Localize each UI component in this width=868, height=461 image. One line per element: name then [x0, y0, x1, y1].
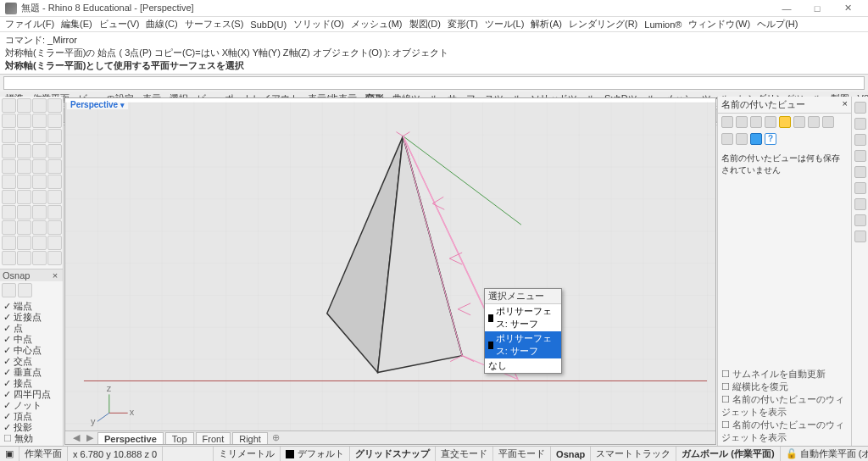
- osnap-item[interactable]: 点: [3, 323, 59, 334]
- viewport[interactable]: Perspective: [64, 97, 716, 445]
- folder-icon[interactable]: [779, 116, 791, 128]
- tool-icon[interactable]: [2, 98, 16, 113]
- tool-icon[interactable]: [32, 98, 47, 113]
- osnap-toolbar-icon[interactable]: [18, 283, 32, 297]
- statusbar-toggle[interactable]: ガムボール (作業平面): [676, 447, 780, 461]
- osnap-item[interactable]: 端点: [3, 301, 59, 312]
- osnap-item[interactable]: 接点: [3, 378, 59, 389]
- panel-icon[interactable]: [808, 116, 820, 128]
- panel-option[interactable]: 名前の付いたビューのウィジェットを表示: [721, 393, 848, 419]
- panel-option[interactable]: 名前の付いたビューのウィジェットを表示: [721, 419, 848, 444]
- tool-icon[interactable]: [47, 190, 62, 204]
- statusbar-toggle[interactable]: Osnap: [551, 447, 591, 461]
- osnap-toolbar-icon[interactable]: [2, 283, 16, 297]
- tool-icon[interactable]: [2, 190, 16, 204]
- viewport-tab[interactable]: Top: [165, 432, 194, 444]
- tool-icon[interactable]: [47, 205, 62, 219]
- tool-icon[interactable]: [47, 159, 62, 174]
- tool-icon[interactable]: [32, 251, 47, 265]
- tool-icon[interactable]: [47, 251, 62, 265]
- panel-icon[interactable]: [750, 133, 762, 145]
- tool-icon[interactable]: [32, 205, 47, 219]
- side-panel-icon[interactable]: [854, 166, 866, 178]
- vp-tab-next-icon[interactable]: ▶: [84, 432, 96, 443]
- osnap-item[interactable]: 中心点: [3, 345, 59, 356]
- viewport-tab[interactable]: Right: [232, 432, 268, 444]
- tool-icon[interactable]: [2, 251, 16, 265]
- selection-item[interactable]: なし: [485, 358, 561, 373]
- viewport-tab[interactable]: Front: [196, 432, 231, 444]
- menu-item[interactable]: ファイル(F): [5, 18, 54, 31]
- menu-item[interactable]: レンダリング(R): [569, 18, 637, 31]
- tool-icon[interactable]: [32, 236, 47, 250]
- tool-icon[interactable]: [17, 205, 31, 219]
- menu-item[interactable]: ヘルプ(H): [757, 18, 798, 31]
- side-panel-icon[interactable]: [854, 182, 866, 194]
- tool-icon[interactable]: [2, 114, 16, 128]
- menu-item[interactable]: メッシュ(M): [351, 18, 403, 31]
- tool-icon[interactable]: [2, 205, 16, 219]
- tool-icon[interactable]: [47, 114, 62, 128]
- menu-item[interactable]: 製図(D): [409, 18, 441, 31]
- panel-icon[interactable]: [822, 116, 834, 128]
- tool-icon[interactable]: [47, 175, 62, 189]
- menu-item[interactable]: 変形(T): [448, 18, 478, 31]
- menu-item[interactable]: 解析(A): [531, 18, 562, 31]
- osnap-header[interactable]: Osnap×: [0, 269, 63, 281]
- tool-icon[interactable]: [2, 236, 16, 250]
- tool-icon[interactable]: [32, 114, 47, 128]
- panel-option[interactable]: サムネイルを自動更新: [721, 368, 848, 380]
- osnap-item[interactable]: 垂直点: [3, 367, 59, 378]
- tool-icon[interactable]: [47, 98, 62, 113]
- tool-icon[interactable]: [2, 129, 16, 143]
- tool-icon[interactable]: [17, 251, 31, 265]
- tool-icon[interactable]: [32, 129, 47, 143]
- tool-icon[interactable]: [47, 144, 62, 158]
- menu-item[interactable]: SubD(U): [250, 19, 287, 30]
- tool-icon[interactable]: [32, 175, 47, 189]
- tool-icon[interactable]: [17, 114, 31, 128]
- side-panel-icon[interactable]: [854, 150, 866, 162]
- sb-cplane[interactable]: 作業平面: [19, 447, 68, 461]
- maximize-button[interactable]: □: [802, 0, 832, 17]
- tool-icon[interactable]: [2, 175, 16, 189]
- selection-item[interactable]: ポリサーフェス: サーフ: [485, 304, 561, 331]
- panel-icon[interactable]: [721, 116, 733, 128]
- minimize-button[interactable]: —: [771, 0, 802, 17]
- menu-item[interactable]: ツール(L): [485, 18, 524, 31]
- side-panel-icon[interactable]: [854, 198, 866, 210]
- panel-icon[interactable]: [736, 133, 748, 145]
- tool-icon[interactable]: [47, 220, 62, 235]
- panel-icon[interactable]: [750, 116, 762, 128]
- menu-item[interactable]: ウィンドウ(W): [688, 18, 750, 31]
- tool-icon[interactable]: [17, 144, 31, 158]
- tool-icon[interactable]: [32, 220, 47, 235]
- tool-icon[interactable]: [2, 220, 16, 235]
- tool-icon[interactable]: [17, 220, 31, 235]
- tool-icon[interactable]: [17, 175, 31, 189]
- osnap-item[interactable]: 近接点: [3, 312, 59, 323]
- command-input[interactable]: [3, 76, 865, 90]
- tool-icon[interactable]: [17, 129, 31, 143]
- vp-tab-prev-icon[interactable]: ◀: [70, 432, 82, 443]
- osnap-item[interactable]: 交点: [3, 356, 59, 367]
- menu-item[interactable]: 曲線(C): [146, 18, 177, 31]
- osnap-item[interactable]: 投影: [3, 422, 59, 433]
- vp-tab-add-icon[interactable]: ⊕: [270, 432, 282, 443]
- side-panel-icon[interactable]: [854, 134, 866, 146]
- panel-close-icon[interactable]: ×: [843, 98, 848, 111]
- viewport-label[interactable]: Perspective: [67, 100, 128, 109]
- panel-icon[interactable]: [721, 133, 733, 145]
- sb-layer[interactable]: デフォルト: [281, 447, 350, 461]
- panel-icon[interactable]: [793, 116, 805, 128]
- osnap-item[interactable]: 四半円点: [3, 389, 59, 400]
- tool-icon[interactable]: [17, 159, 31, 174]
- osnap-close-icon[interactable]: ×: [50, 270, 60, 280]
- selection-item[interactable]: ポリサーフェス: サーフ: [485, 331, 561, 358]
- viewport-tab[interactable]: Perspective: [97, 432, 164, 444]
- tool-icon[interactable]: [32, 159, 47, 174]
- tool-icon[interactable]: [2, 144, 16, 158]
- osnap-item[interactable]: ノット: [3, 400, 59, 411]
- menu-item[interactable]: Lumion®: [644, 19, 682, 30]
- tool-icon[interactable]: [32, 144, 47, 158]
